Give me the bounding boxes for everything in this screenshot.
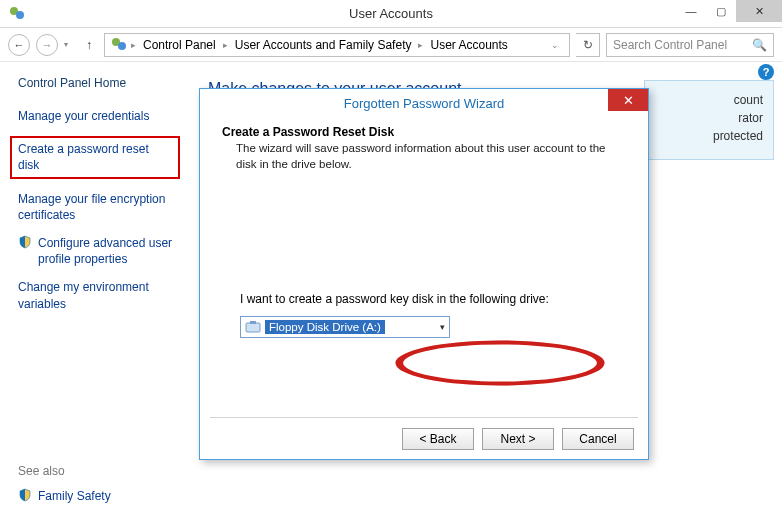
search-placeholder: Search Control Panel: [613, 38, 752, 52]
breadcrumb-item[interactable]: User Accounts and Family Safety: [232, 38, 415, 52]
drive-select[interactable]: Floppy Disk Drive (A:) ▾: [240, 316, 450, 338]
see-also-section: See also Family Safety: [18, 464, 111, 516]
dialog-button-row: < Back Next > Cancel: [200, 418, 648, 460]
address-bar[interactable]: ▸ Control Panel ▸ User Accounts and Fami…: [104, 33, 570, 57]
dialog-heading: Create a Password Reset Disk: [222, 125, 626, 139]
dialog-body: Create a Password Reset Disk The wizard …: [200, 117, 648, 417]
svg-rect-5: [250, 321, 256, 324]
dialog-titlebar: Forgotten Password Wizard ✕: [200, 89, 648, 117]
sidebar-link-advanced-profile[interactable]: Configure advanced user profile properti…: [18, 235, 178, 267]
forgotten-password-wizard-dialog: Forgotten Password Wizard ✕ Create a Pas…: [199, 88, 649, 460]
breadcrumb-sep-icon: ▸: [221, 40, 230, 50]
up-button[interactable]: ↑: [80, 36, 98, 54]
breadcrumb-sep-icon: ▸: [416, 40, 425, 50]
search-icon: 🔍: [752, 38, 767, 52]
cancel-button[interactable]: Cancel: [562, 428, 634, 450]
close-button[interactable]: ✕: [736, 0, 782, 22]
svg-rect-4: [246, 323, 260, 332]
window-titlebar: User Accounts — ▢ ✕: [0, 0, 782, 28]
drive-select-value: Floppy Disk Drive (A:): [265, 320, 385, 334]
sidebar-link-encryption-certs[interactable]: Manage your file encryption certificates: [18, 191, 178, 223]
see-also-family-safety[interactable]: Family Safety: [18, 488, 111, 504]
info-line: count: [655, 91, 763, 109]
control-panel-home-link[interactable]: Control Panel Home: [18, 76, 178, 90]
sidebar-link-credentials[interactable]: Manage your credentials: [18, 108, 178, 124]
dialog-subtext: The wizard will save password informatio…: [236, 141, 616, 172]
history-dropdown-icon[interactable]: ▾: [64, 40, 74, 49]
back-button[interactable]: < Back: [402, 428, 474, 450]
dialog-close-button[interactable]: ✕: [608, 89, 648, 111]
shield-icon: [18, 235, 32, 249]
location-icon: [111, 37, 127, 53]
info-line: protected: [655, 127, 763, 145]
sidebar-link-env-vars[interactable]: Change my environment variables: [18, 279, 178, 311]
next-button[interactable]: Next >: [482, 428, 554, 450]
sidebar-item-label: Configure advanced user profile properti…: [38, 235, 178, 267]
info-line: rator: [655, 109, 763, 127]
search-input[interactable]: Search Control Panel 🔍: [606, 33, 774, 57]
back-button[interactable]: ←: [8, 34, 30, 56]
app-icon: [8, 5, 26, 23]
sidebar-link-password-reset-disk[interactable]: Create a password reset disk: [10, 136, 180, 178]
shield-icon: [18, 488, 32, 502]
dialog-title: Forgotten Password Wizard: [344, 96, 504, 111]
chevron-down-icon: ▾: [440, 322, 445, 332]
sidebar: Control Panel Home Manage your credentia…: [0, 62, 188, 528]
forward-button[interactable]: →: [36, 34, 58, 56]
see-also-label: Family Safety: [38, 488, 111, 504]
minimize-button[interactable]: —: [676, 0, 706, 22]
maximize-button[interactable]: ▢: [706, 0, 736, 22]
breadcrumb-item[interactable]: User Accounts: [427, 38, 510, 52]
account-info-card: count rator protected: [644, 80, 774, 160]
breadcrumb-item[interactable]: Control Panel: [140, 38, 219, 52]
window-controls: — ▢ ✕: [676, 0, 782, 22]
breadcrumb-sep-icon: ▸: [129, 40, 138, 50]
floppy-icon: [245, 320, 261, 334]
drive-prompt-label: I want to create a password key disk in …: [240, 292, 626, 306]
navigation-bar: ← → ▾ ↑ ▸ Control Panel ▸ User Accounts …: [0, 28, 782, 62]
breadcrumb-overflow-icon[interactable]: ⌄: [551, 40, 563, 50]
svg-point-1: [16, 11, 24, 19]
window-title: User Accounts: [349, 6, 433, 21]
svg-point-3: [118, 42, 126, 50]
refresh-button[interactable]: ↻: [576, 33, 600, 57]
see-also-header: See also: [18, 464, 111, 478]
